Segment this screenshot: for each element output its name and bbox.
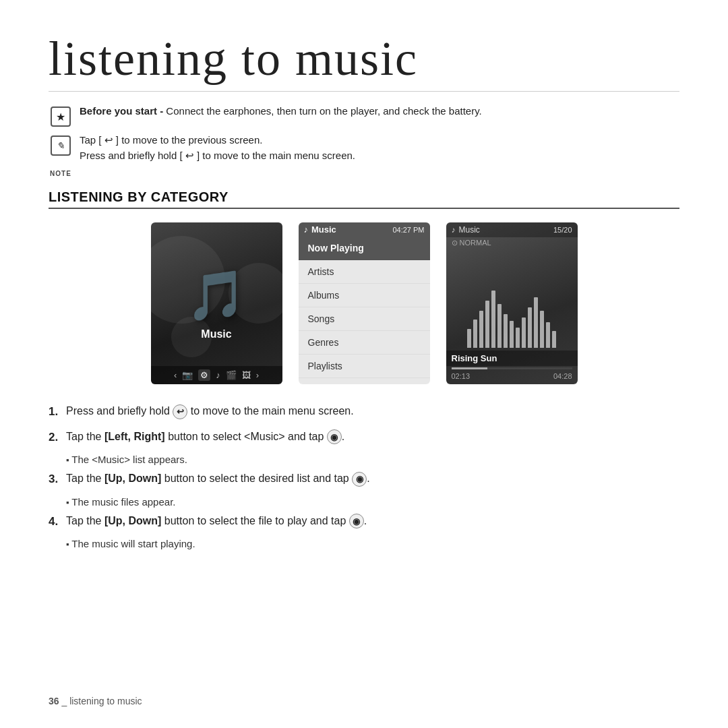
eq-bar-fill-2 <box>473 320 477 348</box>
note-label: NOTE <box>49 170 73 177</box>
instruction-num-4: 4. <box>49 513 63 530</box>
note-icon: ✎ <box>49 133 73 158</box>
screen1-nav: ‹ 📷 ⚙ ♪ 🎬 🖼 › <box>151 366 282 384</box>
note-line2: Press and briefly hold [ ↩ ] to move to … <box>80 150 355 161</box>
eq-bar-9 <box>516 328 520 348</box>
screen3-song-title: Rising Sun <box>446 351 578 366</box>
intro-section: ★ Before you start - Connect the earphon… <box>49 104 679 177</box>
screen2-music-label: Music <box>311 224 336 235</box>
eq-bar-7 <box>504 314 508 348</box>
screen2-menu: Now Playing Artists Albums Songs Genres … <box>299 237 430 384</box>
footer-page-num: 36 <box>49 696 59 706</box>
page-title: listening to music <box>49 32 679 92</box>
screen2-header-time: 04:27 PM <box>392 226 424 234</box>
instruction-4: 4. Tap the [Up, Down] button to select t… <box>49 513 679 530</box>
instruction-text-1: Press and briefly hold ↩ to move to the … <box>66 403 354 419</box>
key-select-4: ◉ <box>349 514 364 528</box>
sub-bullet-4-text: The music will start playing. <box>71 538 195 549</box>
sub-bullet-3: The music files appear. <box>66 496 679 508</box>
screen2-music-icon: ♪ <box>304 224 309 235</box>
key-select-2: ◉ <box>327 429 342 444</box>
eq-bar-1 <box>467 329 471 348</box>
music-note-icon: 🎵 <box>186 267 247 324</box>
eq-bar-3 <box>479 311 483 348</box>
screen3-music-icon: ♪ <box>452 225 456 235</box>
menu-item-songs[interactable]: Songs <box>299 307 430 331</box>
menu-item-artists[interactable]: Artists <box>299 260 430 284</box>
eq-bar-fill-4 <box>485 301 489 348</box>
screen3-time-total: 04:28 <box>553 372 572 380</box>
eq-bar-fill-15 <box>552 331 556 348</box>
instructions: 1. Press and briefly hold ↩ to move to t… <box>49 403 679 549</box>
instruction-3: 3. Tap the [Up, Down] button to select t… <box>49 471 679 488</box>
instruction-num-2: 2. <box>49 429 63 446</box>
before-you-start-text: Connect the earphones, then turn on the … <box>163 105 482 117</box>
screen3-track-count: 15/20 <box>553 226 572 234</box>
eq-bar-fill-8 <box>510 321 514 348</box>
menu-item-genres[interactable]: Genres <box>299 331 430 355</box>
screen3-music-label: Music <box>459 225 480 235</box>
screen3-time-current: 02:13 <box>452 372 471 380</box>
nav-video-icon: 🎬 <box>226 370 237 380</box>
note-line1: Tap [ ↩ ] to move to the previous screen… <box>80 134 262 146</box>
screen2-header: ♪ Music 04:27 PM <box>299 222 430 237</box>
screen3: ♪ Music 15/20 ⊙ NORMAL <box>446 222 578 384</box>
equalizer <box>446 249 578 351</box>
eq-bar-14 <box>546 322 550 348</box>
screen1-label: Music <box>201 328 231 340</box>
intro-row-note-label: NOTE <box>49 167 679 177</box>
eq-bar-fill-6 <box>497 304 502 348</box>
nav-music-icon: ♪ <box>216 370 220 380</box>
screens-row: 🎵 Music ‹ 📷 ⚙ ♪ 🎬 🖼 › ♪ Music 04:27 PM <box>49 222 679 384</box>
screen3-times: 02:13 04:28 <box>446 371 578 384</box>
before-you-start-bold: Before you start - <box>80 105 163 117</box>
sub-bullet-2-text: The <Music> list appears. <box>71 454 187 465</box>
eq-bar-fill-1 <box>467 329 471 348</box>
eq-bar-fill-12 <box>534 297 538 348</box>
menu-item-now-playing[interactable]: Now Playing <box>299 237 430 260</box>
intro-text-1: Before you start - Connect the earphones… <box>80 104 482 119</box>
nav-photo-icon: 🖼 <box>242 370 251 380</box>
key-back-1: ↩ <box>173 404 187 419</box>
screen3-header: ♪ Music 15/20 <box>446 222 578 237</box>
eq-bar-fill-7 <box>504 314 508 348</box>
eq-bar-fill-5 <box>491 291 495 348</box>
star-box: ★ <box>51 107 71 127</box>
instruction-1: 1. Press and briefly hold ↩ to move to t… <box>49 403 679 421</box>
screen3-header-left: ♪ Music <box>452 225 480 235</box>
intro-text-2: Tap [ ↩ ] to move to the previous screen… <box>80 133 355 163</box>
eq-bar-13 <box>540 311 544 348</box>
eq-bar-4 <box>485 301 489 348</box>
sub-bullet-4: The music will start playing. <box>66 538 679 549</box>
eq-bar-fill-14 <box>546 322 550 348</box>
eq-bar-10 <box>522 317 526 348</box>
instruction-text-4: Tap the [Up, Down] button to select the … <box>66 513 367 529</box>
footer: 36 _ listening to music <box>49 696 142 706</box>
eq-bar-fill-9 <box>516 328 520 348</box>
eq-bar-11 <box>528 307 532 348</box>
nav-camera-icon: 📷 <box>182 370 193 380</box>
screen1: 🎵 Music ‹ 📷 ⚙ ♪ 🎬 🖼 › <box>151 222 282 384</box>
section-heading: LISTENING BY CATEGORY <box>49 189 679 209</box>
left-right-bold: [Left, Right] <box>104 431 165 442</box>
eq-bar-6 <box>497 304 502 348</box>
intro-row-1: ★ Before you start - Connect the earphon… <box>49 104 679 129</box>
screen2: ♪ Music 04:27 PM Now Playing Artists Alb… <box>299 222 430 384</box>
eq-bar-12 <box>534 297 538 348</box>
note-box: ✎ <box>51 135 71 156</box>
eq-bar-fill-10 <box>522 317 526 348</box>
screen3-progress-bar <box>452 367 572 369</box>
instruction-2: 2. Tap the [Left, Right] button to selec… <box>49 429 679 446</box>
menu-item-recorded-files[interactable]: Recorded Files <box>299 378 430 384</box>
footer-text: _ listening to music <box>61 696 142 706</box>
key-select-3: ◉ <box>352 472 367 487</box>
nav-next-icon: › <box>256 370 259 380</box>
menu-item-playlists[interactable]: Playlists <box>299 355 430 378</box>
instruction-text-2: Tap the [Left, Right] button to select <… <box>66 429 344 445</box>
screen2-header-music: ♪ Music <box>304 224 336 235</box>
menu-item-albums[interactable]: Albums <box>299 284 430 307</box>
eq-bar-fill-11 <box>528 307 532 348</box>
up-down-bold-3: [Up, Down] <box>104 473 161 484</box>
sub-bullet-3-text: The music files appear. <box>71 496 175 508</box>
eq-bar-2 <box>473 320 477 348</box>
